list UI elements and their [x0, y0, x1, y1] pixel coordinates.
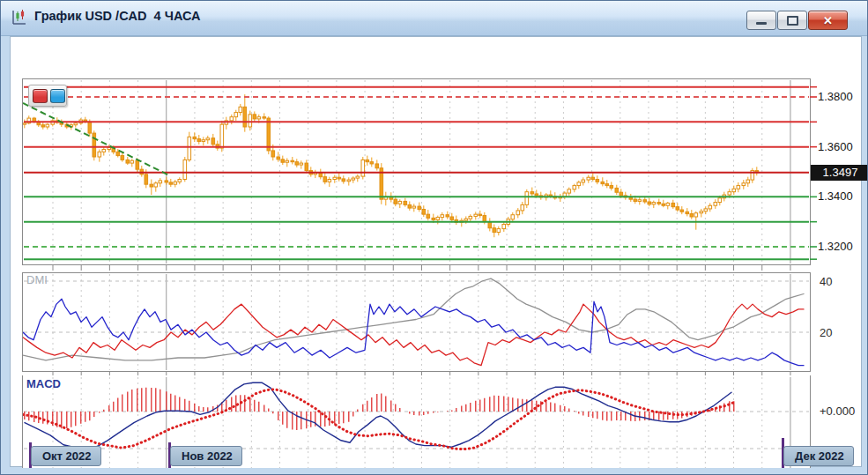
- candle-body: [352, 178, 355, 180]
- candle-body: [150, 184, 153, 187]
- candle-body: [136, 160, 139, 169]
- trend-line: [23, 103, 169, 175]
- candle-body: [193, 137, 197, 138]
- close-icon: ✕: [823, 15, 833, 26]
- candlestick-chart-icon: [11, 9, 28, 26]
- candle-body: [398, 201, 402, 204]
- candle-body: [328, 179, 331, 182]
- title-bar[interactable]: График USD /CAD 4 ЧАСА ✕: [1, 1, 868, 36]
- candle-body: [356, 176, 360, 178]
- minimize-button[interactable]: [746, 11, 776, 30]
- candle-body: [601, 182, 605, 183]
- candle-body: [746, 180, 750, 183]
- candle-body: [174, 182, 177, 184]
- candle-body: [732, 189, 736, 191]
- macd-histogram: [25, 388, 734, 430]
- candle-body: [502, 224, 506, 228]
- candle-body: [366, 160, 369, 161]
- candle-body: [464, 219, 468, 220]
- candle-body: [418, 206, 421, 209]
- time-ruler: [23, 372, 810, 376]
- candle-body: [220, 124, 224, 148]
- maximize-icon: [787, 16, 798, 26]
- candle-body: [230, 117, 234, 121]
- candles-group: [23, 94, 759, 237]
- candle-body: [690, 214, 694, 217]
- candle-body: [206, 138, 210, 140]
- price-label: 1.3400: [818, 189, 868, 203]
- candle-body: [88, 122, 92, 133]
- candle-body: [286, 160, 289, 162]
- candle-body: [718, 198, 722, 203]
- price-label: 1.3800: [818, 90, 868, 103]
- month-label-dec: Дек 2022: [783, 446, 854, 466]
- candle-body: [742, 183, 746, 186]
- close-button[interactable]: ✕: [808, 11, 848, 30]
- candle-body: [436, 218, 440, 220]
- candle-body: [535, 194, 538, 196]
- candle-body: [121, 156, 124, 160]
- candle-body: [281, 160, 285, 162]
- candle-body: [145, 174, 148, 184]
- candle-body: [394, 199, 397, 204]
- candle-body: [211, 138, 215, 145]
- time-ruler: [23, 265, 810, 272]
- candle-body: [323, 177, 327, 182]
- candle-body: [93, 133, 96, 157]
- candle-body: [257, 117, 261, 119]
- candle-body: [610, 186, 613, 189]
- candle-body: [666, 203, 670, 205]
- candle-body: [249, 115, 252, 127]
- candle-body: [159, 181, 162, 183]
- candle-body: [676, 207, 679, 210]
- candle-body: [375, 164, 379, 168]
- candle-body: [657, 203, 661, 204]
- candle-body: [497, 229, 501, 233]
- candle-body: [714, 203, 717, 206]
- chart-window: График USD /CAD 4 ЧАСА ✕ DMI MACD 1.3800…: [0, 0, 868, 475]
- candle-body: [493, 228, 496, 233]
- price-chart-panel[interactable]: [23, 79, 810, 264]
- candle-body: [412, 206, 416, 208]
- candle-body: [41, 125, 45, 127]
- month-label-oct: Окт 2022: [31, 446, 101, 466]
- price-label: 1.3600: [818, 140, 868, 153]
- macd-indicator-panel[interactable]: MACD: [23, 376, 810, 475]
- minimize-icon: [756, 22, 767, 25]
- candle-body: [239, 107, 242, 112]
- candle-body: [704, 209, 708, 212]
- candle-body: [165, 181, 168, 182]
- candle-body: [577, 182, 581, 186]
- dmi-indicator-panel[interactable]: DMI: [23, 273, 810, 371]
- candle-body: [441, 215, 444, 218]
- chart-client-area: DMI MACD 1.38001.36001.34001.3200 1.3497…: [10, 36, 862, 467]
- candle-body: [102, 149, 106, 152]
- candle-body: [652, 203, 656, 204]
- candle-body: [338, 177, 341, 179]
- candle-body: [619, 192, 623, 196]
- candle-body: [648, 202, 651, 204]
- candle-body: [408, 204, 412, 208]
- candle-body: [469, 216, 472, 219]
- sell-button[interactable]: [33, 89, 48, 103]
- candle-body: [183, 160, 187, 179]
- chart-toolbar: [28, 85, 67, 107]
- candle-body: [116, 152, 120, 155]
- candle-body: [516, 211, 520, 215]
- candle-body: [700, 212, 703, 213]
- maximize-button[interactable]: [777, 11, 807, 30]
- candle-body: [253, 115, 256, 119]
- candle-body: [74, 123, 78, 125]
- candle-body: [98, 152, 101, 157]
- candle-body: [130, 160, 134, 163]
- candle-body: [483, 216, 486, 222]
- candle-body: [234, 113, 238, 117]
- dmi-scale-20: 20: [820, 326, 832, 339]
- candle-body: [615, 188, 619, 192]
- buy-button[interactable]: [50, 89, 65, 103]
- candle-body: [591, 177, 595, 179]
- candle-body: [671, 203, 675, 206]
- candle-body: [525, 192, 529, 205]
- candle-body: [46, 124, 49, 127]
- candle-body: [126, 160, 130, 163]
